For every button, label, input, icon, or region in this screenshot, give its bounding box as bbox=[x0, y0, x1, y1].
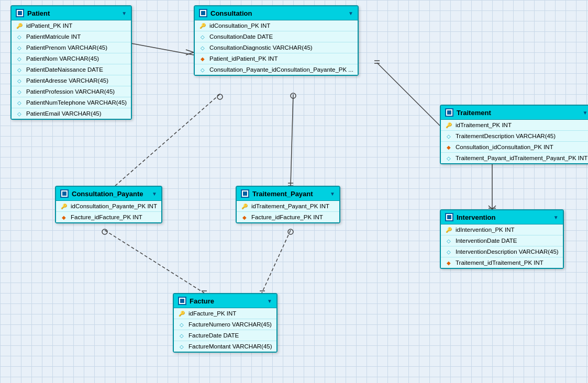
pk-icon: 🔑 bbox=[178, 310, 185, 317]
dropdown-arrow-traitement[interactable]: ▼ bbox=[582, 110, 587, 116]
svg-point-20 bbox=[102, 229, 107, 234]
table-row[interactable]: ◇ PatientEmail VARCHAR(45) bbox=[12, 108, 131, 119]
svg-line-23 bbox=[262, 230, 291, 293]
table-traitement_payant[interactable]: Traitement_Payant ▼ 🔑 idTraitement_Payan… bbox=[236, 186, 340, 223]
field-text: idPatient_PK INT bbox=[26, 22, 72, 29]
table-title-patient: Patient bbox=[27, 9, 50, 17]
table-header-traitement[interactable]: Traitement ▼ bbox=[441, 106, 588, 120]
fk-optional-icon: ◇ bbox=[16, 66, 23, 73]
table-row[interactable]: ◇ FactureNumero VARCHAR(45) bbox=[174, 319, 276, 330]
table-icon-consultation bbox=[199, 9, 207, 17]
table-title-consultation: Consultation bbox=[210, 9, 252, 17]
table-row[interactable]: 🔑 idConsultation_PK INT bbox=[195, 20, 358, 31]
table-traitement[interactable]: Traitement ▼ 🔑 idTraitement_PK INT ◇ Tra… bbox=[440, 105, 588, 164]
table-row[interactable]: ◇ PatientProfession VARCHAR(45) bbox=[12, 86, 131, 97]
fk-optional-icon: ◇ bbox=[199, 33, 206, 40]
table-row[interactable]: ◇ Consultation_Payante_idConsultation_Pa… bbox=[195, 64, 358, 75]
fk-optional-icon: ◇ bbox=[178, 332, 185, 339]
table-row[interactable]: ◇ ConsultationDate DATE bbox=[195, 31, 358, 42]
field-text: Patient_idPatient_PK INT bbox=[209, 55, 278, 62]
svg-line-16 bbox=[489, 206, 492, 209]
table-row[interactable]: ◇ PatientAdresse VARCHAR(45) bbox=[12, 75, 131, 86]
field-text: Facture_idFacture_PK INT bbox=[71, 214, 142, 220]
table-row[interactable]: 🔑 idPatient_PK INT bbox=[12, 20, 131, 31]
table-row[interactable]: ◇ PatientNumTelephone VARCHAR(45) bbox=[12, 97, 131, 108]
field-text: Consultation_idConsultation_PK INT bbox=[456, 144, 553, 150]
field-text: FactureDate DATE bbox=[188, 332, 239, 339]
field-text: PatientPrenom VARCHAR(45) bbox=[26, 44, 107, 51]
field-text: idTraitement_Payant_PK INT bbox=[251, 203, 329, 209]
table-row[interactable]: ◇ PatientDateNaissance DATE bbox=[12, 64, 131, 75]
table-header-patient[interactable]: Patient ▼ bbox=[12, 6, 131, 20]
table-header-consultation_payante[interactable]: Consultation_Payante ▼ bbox=[56, 187, 161, 201]
table-row[interactable]: ◇ ConsultationDiagnostic VARCHAR(45) bbox=[195, 42, 358, 53]
table-row[interactable]: ◇ PatientPrenom VARCHAR(45) bbox=[12, 42, 131, 53]
table-row[interactable]: ◇ InterventionDate DATE bbox=[441, 235, 563, 246]
field-text: TraitementDescription VARCHAR(45) bbox=[456, 133, 556, 139]
table-icon-intervention bbox=[445, 213, 453, 221]
table-row[interactable]: ◆ Traitement_idTraitement_PK INT bbox=[441, 257, 563, 268]
fk-optional-icon: ◇ bbox=[178, 343, 185, 350]
table-row[interactable]: ◆ Consultation_idConsultation_PK INT bbox=[441, 142, 588, 153]
svg-point-9 bbox=[217, 94, 223, 99]
table-row[interactable]: ◆ Patient_idPatient_PK INT bbox=[195, 53, 358, 64]
field-text: PatientNumTelephone VARCHAR(45) bbox=[26, 99, 127, 106]
dropdown-arrow-traitement_payant[interactable]: ▼ bbox=[330, 191, 335, 197]
table-row[interactable]: ◇ PatientMatricule INT bbox=[12, 31, 131, 42]
field-text: ConsultationDate DATE bbox=[209, 33, 273, 40]
table-row[interactable]: ◇ FactureDate DATE bbox=[174, 330, 276, 341]
table-row[interactable]: ◆ Facture_idFacture_PK INT bbox=[237, 212, 339, 222]
field-text: idConsultation_Payante_PK INT bbox=[71, 203, 157, 209]
table-row[interactable]: ◇ PatientNom VARCHAR(45) bbox=[12, 53, 131, 64]
fk-optional-icon: ◇ bbox=[445, 154, 452, 162]
table-header-facture[interactable]: Facture ▼ bbox=[174, 294, 276, 308]
table-consultation_payante[interactable]: Consultation_Payante ▼ 🔑 idConsultation_… bbox=[55, 186, 162, 223]
dropdown-arrow-intervention[interactable]: ▼ bbox=[553, 215, 559, 220]
pk-icon: 🔑 bbox=[199, 22, 206, 29]
table-icon-facture bbox=[178, 297, 186, 305]
field-text: idConsultation_PK INT bbox=[209, 22, 270, 29]
fk-optional-icon: ◇ bbox=[16, 33, 23, 40]
table-facture[interactable]: Facture ▼ 🔑 idFacture_PK INT ◇ FactureNu… bbox=[173, 293, 278, 353]
fk-optional-icon: ◇ bbox=[16, 44, 23, 51]
table-header-consultation[interactable]: Consultation ▼ bbox=[195, 6, 358, 20]
pk-icon: 🔑 bbox=[60, 202, 68, 210]
table-consultation[interactable]: Consultation ▼ 🔑 idConsultation_PK INT ◇… bbox=[194, 5, 359, 76]
table-title-traitement_payant: Traitement_Payant bbox=[252, 190, 313, 198]
dropdown-arrow-consultation_payante[interactable]: ▼ bbox=[152, 191, 157, 197]
table-row[interactable]: ◆ Facture_idFacture_PK INT bbox=[56, 212, 161, 222]
svg-point-24 bbox=[288, 229, 293, 234]
fk-optional-icon: ◇ bbox=[16, 110, 23, 117]
table-row[interactable]: 🔑 idFacture_PK INT bbox=[174, 308, 276, 319]
table-row[interactable]: ◇ Traitement_Payant_idTraitement_Payant_… bbox=[441, 153, 588, 163]
svg-line-10 bbox=[291, 94, 293, 186]
pk-icon: 🔑 bbox=[16, 22, 23, 29]
table-header-traitement_payant[interactable]: Traitement_Payant ▼ bbox=[237, 187, 339, 201]
dropdown-arrow-facture[interactable]: ▼ bbox=[267, 298, 272, 304]
field-text: InterventionDate DATE bbox=[456, 238, 517, 244]
table-intervention[interactable]: Intervention ▼ 🔑 idIntervention_PK INT ◇… bbox=[440, 209, 564, 269]
table-patient[interactable]: Patient ▼ 🔑 idPatient_PK INT ◇ PatientMa… bbox=[10, 5, 132, 120]
table-header-intervention[interactable]: Intervention ▼ bbox=[441, 210, 563, 224]
table-row[interactable]: ◇ TraitementDescription VARCHAR(45) bbox=[441, 131, 588, 142]
field-text: FactureNumero VARCHAR(45) bbox=[188, 321, 272, 328]
table-body-consultation_payante: 🔑 idConsultation_Payante_PK INT ◆ Factur… bbox=[56, 201, 161, 222]
dropdown-arrow-consultation[interactable]: ▼ bbox=[348, 10, 353, 16]
svg-point-11 bbox=[291, 93, 296, 98]
table-body-traitement_payant: 🔑 idTraitement_Payant_PK INT ◆ Facture_i… bbox=[237, 201, 339, 222]
field-text: idTraitement_PK INT bbox=[456, 122, 512, 128]
pk-icon: 🔑 bbox=[445, 226, 452, 233]
table-body-patient: 🔑 idPatient_PK INT ◇ PatientMatricule IN… bbox=[12, 20, 131, 119]
table-row[interactable]: 🔑 idIntervention_PK INT bbox=[441, 224, 563, 235]
fk-required-icon: ◆ bbox=[445, 259, 452, 266]
table-row[interactable]: 🔑 idTraitement_PK INT bbox=[441, 120, 588, 131]
table-row[interactable]: 🔑 idTraitement_Payant_PK INT bbox=[237, 201, 339, 212]
svg-line-17 bbox=[492, 206, 496, 209]
table-row[interactable]: 🔑 idConsultation_Payante_PK INT bbox=[56, 201, 161, 212]
field-text: PatientNom VARCHAR(45) bbox=[26, 55, 99, 62]
table-icon-patient bbox=[16, 9, 24, 17]
dropdown-arrow-patient[interactable]: ▼ bbox=[121, 10, 127, 16]
table-row[interactable]: ◇ InterventionDescription VARCHAR(45) bbox=[441, 246, 563, 257]
table-row[interactable]: ◇ FactureMontant VARCHAR(45) bbox=[174, 341, 276, 352]
pk-icon: 🔑 bbox=[241, 202, 248, 210]
